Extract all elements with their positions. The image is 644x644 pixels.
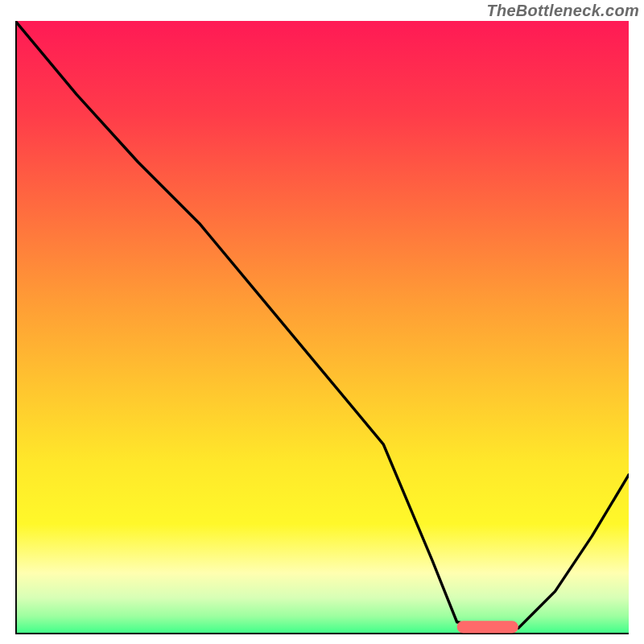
watermark-label: TheBottleneck.com (486, 2, 639, 20)
bottleneck-curve (15, 21, 629, 628)
chart-container: TheBottleneck.com (0, 0, 644, 644)
chart-overlay (15, 21, 629, 634)
plot-area (15, 21, 629, 634)
optimal-zone-marker (457, 621, 518, 633)
